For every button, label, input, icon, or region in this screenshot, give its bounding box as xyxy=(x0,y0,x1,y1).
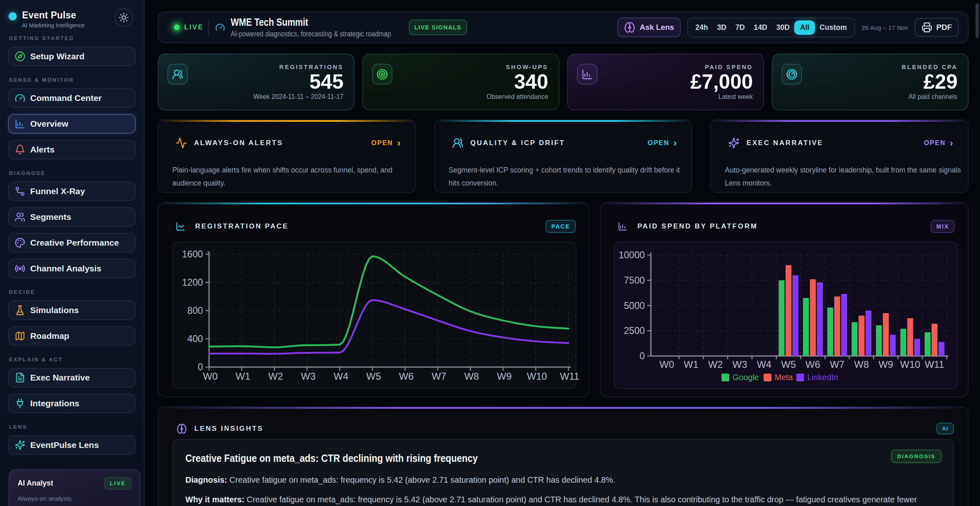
svg-text:10000: 10000 xyxy=(619,250,645,260)
svg-text:Google: Google xyxy=(733,373,759,382)
svg-text:W6: W6 xyxy=(806,359,820,370)
svg-text:W11: W11 xyxy=(560,371,579,382)
svg-text:W8: W8 xyxy=(854,359,869,370)
svg-text:W0: W0 xyxy=(203,371,218,382)
svg-text:W6: W6 xyxy=(399,371,414,382)
svg-text:W3: W3 xyxy=(733,359,747,370)
svg-text:W3: W3 xyxy=(301,371,316,382)
svg-text:W7: W7 xyxy=(432,371,446,382)
svg-text:1600: 1600 xyxy=(182,249,203,260)
svg-text:W5: W5 xyxy=(366,371,381,382)
svg-text:W11: W11 xyxy=(925,359,944,370)
svg-text:2500: 2500 xyxy=(624,325,645,336)
svg-text:W4: W4 xyxy=(334,371,348,382)
svg-text:W1: W1 xyxy=(684,359,699,370)
svg-text:W9: W9 xyxy=(878,359,893,370)
svg-text:1200: 1200 xyxy=(182,277,203,288)
svg-text:800: 800 xyxy=(187,305,203,316)
svg-text:W10: W10 xyxy=(900,359,920,370)
svg-text:Meta: Meta xyxy=(775,373,793,382)
svg-text:LinkedIn: LinkedIn xyxy=(807,373,838,382)
svg-text:W7: W7 xyxy=(830,359,844,370)
svg-text:7500: 7500 xyxy=(624,275,645,286)
svg-text:0: 0 xyxy=(198,362,203,372)
svg-text:W0: W0 xyxy=(659,359,674,370)
svg-text:5000: 5000 xyxy=(624,300,645,311)
svg-text:400: 400 xyxy=(187,334,203,344)
svg-text:W9: W9 xyxy=(497,371,512,382)
svg-text:W10: W10 xyxy=(527,371,547,382)
svg-text:W2: W2 xyxy=(268,371,283,382)
svg-text:W2: W2 xyxy=(708,359,723,370)
svg-text:W4: W4 xyxy=(757,359,771,370)
svg-text:W8: W8 xyxy=(464,371,479,382)
svg-text:W1: W1 xyxy=(236,371,250,382)
svg-text:0: 0 xyxy=(639,351,645,361)
svg-text:W5: W5 xyxy=(781,359,796,370)
